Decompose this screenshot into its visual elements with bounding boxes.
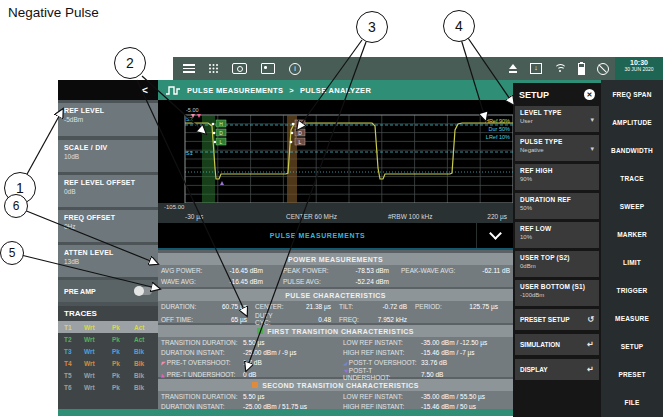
duration-ref-button[interactable]: DURATION REF 50% — [515, 193, 599, 219]
measurement-selector-bar[interactable]: PULSE MEASUREMENTS — [158, 223, 513, 250]
pulse-waveform-icon — [165, 85, 181, 96]
reset-icon: ↺ — [587, 315, 594, 324]
menu-item-trigger[interactable]: TRIGGER — [601, 277, 663, 305]
simulation-button[interactable]: SIMULATION ↵ — [515, 334, 599, 355]
pulse-type-button[interactable]: PULSE TYPE Negative ▾ — [515, 135, 599, 161]
level-type-button[interactable]: LEVEL TYPE User ▾ — [515, 106, 599, 132]
info-icon[interactable]: i — [289, 63, 301, 75]
pre-t-overshoot-marker — [197, 114, 201, 118]
dur-label: Dur 50% — [489, 126, 511, 132]
ref-high-button[interactable]: REF HIGH 90% — [515, 164, 599, 190]
callout-5: 5 — [0, 241, 24, 265]
ref-low-button[interactable]: REF LOW 10% — [515, 222, 599, 248]
display-button[interactable]: DISPLAY ↵ — [515, 359, 599, 380]
scale-div-value: 10dB — [64, 153, 152, 160]
y-axis-bottom-label: -105.00 — [164, 204, 184, 210]
table-row: ◤PRE-T OVERSHOOT: 1.7 dB ◢POST-T OVERSHO… — [158, 357, 513, 367]
pulse-characteristics-header: PULSE CHARACTERISTICS — [158, 289, 513, 301]
power-measurements-header: POWER MEASUREMENTS — [158, 253, 513, 265]
menu-item-preset[interactable]: PRESET — [601, 361, 663, 389]
expand-chevron-button[interactable] — [476, 223, 513, 248]
callout-6: 6 — [4, 194, 28, 218]
second-transition-markers: H D L — [290, 120, 305, 145]
freq-offset-label: FREQ OFFSET — [64, 214, 152, 221]
callout-3: 3 — [356, 11, 388, 43]
x-start-label: -30 µs — [185, 213, 203, 220]
image-icon[interactable] — [261, 63, 275, 74]
atten-level-value: 13dB — [64, 258, 152, 265]
table-row: TRANSITION DURATION:5.50 µs LOW REF INST… — [158, 337, 513, 347]
ref-level-value: -5dBm — [64, 116, 152, 123]
lref-label: LRef 10% — [486, 134, 510, 140]
x-stop-label: 220 µs — [487, 213, 507, 220]
enter-icon: ↵ — [587, 340, 594, 349]
eject-icon[interactable] — [508, 64, 518, 73]
table-row: TRANSITION DURATION:5.50 µs LOW REF INST… — [158, 391, 513, 401]
post-t-undershoot-marker — [220, 181, 224, 185]
menu-item-amplitude[interactable]: AMPLITUDE — [601, 108, 663, 136]
trace-row[interactable]: T5WrtPkBlk — [58, 369, 158, 381]
callout-4: 4 — [443, 10, 475, 42]
trace-row[interactable]: T4WrtPkBlk — [58, 357, 158, 369]
ref-level-button[interactable]: REF LEVEL -5dBm — [58, 103, 158, 136]
trace-row[interactable]: T2WrtPkAct — [58, 333, 158, 345]
apps-grid-icon[interactable] — [209, 64, 218, 73]
menu-icon[interactable] — [183, 64, 195, 73]
menu-item-setup[interactable]: SETUP — [601, 333, 663, 361]
preset-setup-button[interactable]: PRESET SETUP ↺ — [515, 309, 599, 330]
second-transition-header: SECOND TRANSITION CHARACTERISTICS — [158, 379, 513, 391]
menu-item-file[interactable]: FILE — [601, 389, 663, 417]
center-freq-label: CENTER 60 MHz — [286, 213, 337, 220]
svg-text:D: D — [298, 130, 302, 136]
atten-level-button[interactable]: ATTEN LEVEL 13dB — [58, 245, 158, 277]
sidebar-collapse-bar[interactable]: < — [58, 80, 158, 100]
close-icon[interactable]: ✕ — [584, 89, 595, 100]
import-save-icon[interactable]: ↓ — [530, 63, 542, 74]
collapse-chevron-icon[interactable]: < — [142, 84, 148, 96]
breadcrumb-separator: > — [289, 86, 294, 95]
pre-t-overshoot-icon: ◤ — [161, 360, 165, 366]
menu-item-bandwidth[interactable]: BANDWIDTH — [601, 136, 663, 164]
menu-item-limit[interactable]: LIMIT — [601, 248, 663, 276]
screenshot-camera-icon[interactable] — [232, 63, 247, 74]
chevron-down-icon — [489, 227, 502, 240]
first-transition-gate-band[interactable] — [202, 115, 215, 203]
pre-amp-toggle[interactable] — [134, 287, 152, 295]
figure-title: Negative Pulse — [8, 5, 99, 20]
menu-item-sweep[interactable]: SWEEP — [601, 192, 663, 220]
traces-panel: TRACES T1WrtPkAct T2WrtPkAct T3WrtPkBlk … — [58, 306, 158, 409]
table-row: WAVE AVG:-16.45 dBm PULSE AVG:-52.24 dBm — [158, 276, 513, 287]
menu-item-measure[interactable]: MEASURE — [601, 305, 663, 333]
table-row: AVG POWER:-16.45 dBm PEAK POWER:-78.53 d… — [158, 265, 513, 276]
ref-level-label: REF LEVEL — [64, 107, 152, 114]
user-top-button[interactable]: USER TOP (S2) 0dBm — [515, 251, 599, 277]
y-axis-top-label: -5.00 — [186, 107, 199, 113]
menu-item-trace[interactable]: TRACE — [601, 164, 663, 192]
svg-text:L: L — [220, 139, 223, 145]
table-row: OFF TIME:65 µs DUTY CYC:0.48 FREQ:7.952 … — [158, 312, 513, 323]
trace-row[interactable]: T1WrtPkAct — [58, 321, 158, 333]
enter-icon: ↵ — [587, 365, 594, 374]
menu-item-marker[interactable]: MARKER — [601, 220, 663, 248]
breadcrumb-section[interactable]: PULSE MEASUREMENTS — [187, 86, 283, 95]
scale-div-button[interactable]: SCALE / DIV 10dB — [58, 140, 158, 172]
trace-row[interactable]: T6WrtPkBlk — [58, 381, 158, 393]
pulse-trace-graph[interactable]: H D L H D L -5.00 S2 S1 HRef 90% — [158, 100, 513, 203]
pre-t-undershoot-icon: ◣ — [161, 372, 165, 378]
second-transition-color-swatch — [252, 382, 258, 388]
table-row: DURATION:60.75 µs CENTER:21.38 µs TILT:-… — [158, 301, 513, 312]
chevron-down-icon: ▾ — [590, 145, 594, 153]
atten-level-label: ATTEN LEVEL — [64, 249, 152, 256]
menu-item-freq-span[interactable]: FREQ SPAN — [601, 80, 663, 108]
freq-offset-button[interactable]: FREQ OFFSET 0Hz — [58, 210, 158, 242]
user-bottom-button[interactable]: USER BOTTOM (S1) -100dBm — [515, 280, 599, 306]
measurement-tables: POWER MEASUREMENTS AVG POWER:-16.45 dBm … — [158, 250, 513, 411]
ref-level-offset-value: 0dB — [64, 188, 152, 195]
wifi-icon[interactable] — [554, 64, 566, 73]
measurement-selector-label[interactable]: PULSE MEASUREMENTS — [158, 223, 477, 248]
setup-panel: SETUP ✕ LEVEL TYPE User ▾ PULSE TYPE Neg… — [513, 83, 601, 417]
ref-level-offset-button[interactable]: REF LEVEL OFFSET 0dB — [58, 175, 158, 207]
post-t-overshoot-icon: ◢ — [343, 360, 347, 366]
axis-info-bar: -105.00 -30 µs CENTER 60 MHz #RBW 100 kH… — [158, 203, 513, 223]
trace-row[interactable]: T3WrtPkBlk — [58, 345, 158, 357]
